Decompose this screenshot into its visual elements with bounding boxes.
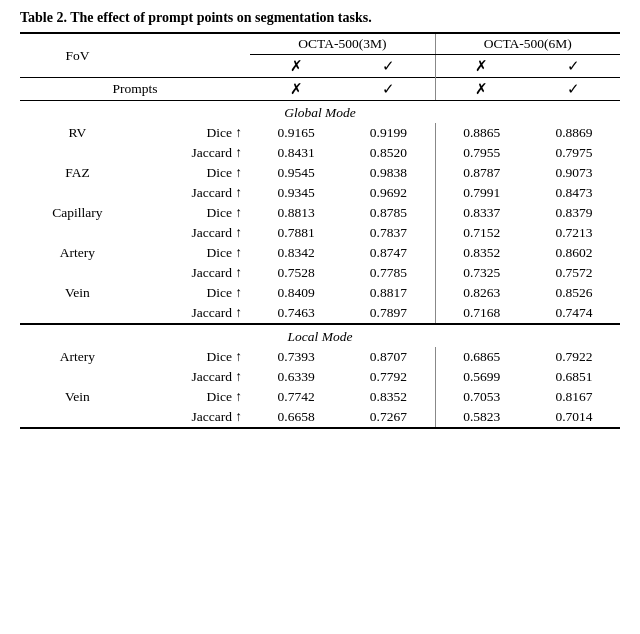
data-table: FoVOCTA-500(3M)OCTA-500(6M)✗✓✗✓Prompts✗✓… — [20, 32, 620, 429]
octa6m-header: OCTA-500(6M) — [435, 33, 620, 55]
fov-header: FoV — [20, 33, 135, 78]
prompts-label: Prompts — [20, 78, 250, 101]
octa3m-header: OCTA-500(3M) — [250, 33, 435, 55]
table-caption: Table 2. The effect of prompt points on … — [20, 10, 620, 26]
